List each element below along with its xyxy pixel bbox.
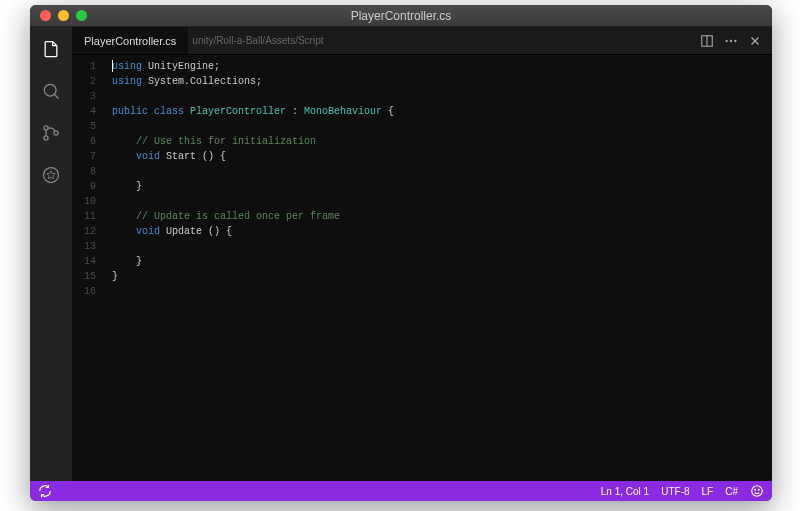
status-position[interactable]: Ln 1, Col 1 (601, 486, 649, 497)
code-line[interactable]: } (112, 179, 772, 194)
line-number: 16 (72, 284, 96, 299)
extensions-icon[interactable] (39, 163, 63, 187)
tab-filename: PlayerController.cs (84, 35, 176, 47)
split-editor-icon[interactable] (700, 34, 714, 48)
code-line[interactable] (112, 194, 772, 209)
code-line[interactable] (112, 164, 772, 179)
main-body: PlayerController.cs unity/Roll-a-Ball/As… (30, 27, 772, 481)
source-control-icon[interactable] (39, 121, 63, 145)
line-number: 2 (72, 74, 96, 89)
status-eol[interactable]: LF (702, 486, 714, 497)
code-content[interactable]: using UnityEngine;using System.Collectio… (106, 55, 772, 481)
editor-area: PlayerController.cs unity/Roll-a-Ball/As… (72, 27, 772, 481)
svg-point-10 (734, 39, 736, 41)
svg-point-9 (730, 39, 732, 41)
more-actions-icon[interactable] (724, 34, 738, 48)
code-line[interactable]: using UnityEngine; (112, 59, 772, 74)
line-number: 13 (72, 239, 96, 254)
line-number: 14 (72, 254, 96, 269)
tab-actions (700, 34, 772, 48)
close-tab-icon[interactable] (748, 34, 762, 48)
svg-point-8 (725, 39, 727, 41)
breadcrumb: unity/Roll-a-Ball/Assets/Script (192, 35, 323, 46)
titlebar: PlayerController.cs (30, 5, 772, 27)
svg-point-13 (752, 486, 763, 497)
maximize-window-button[interactable] (76, 10, 87, 21)
line-number: 4 (72, 104, 96, 119)
line-number: 3 (72, 89, 96, 104)
svg-point-2 (44, 126, 48, 130)
line-number: 8 (72, 164, 96, 179)
svg-point-5 (44, 168, 59, 183)
code-line[interactable] (112, 119, 772, 134)
line-number: 6 (72, 134, 96, 149)
line-number: 7 (72, 149, 96, 164)
line-number: 1 (72, 59, 96, 74)
svg-point-0 (44, 84, 56, 96)
line-number: 11 (72, 209, 96, 224)
line-number: 10 (72, 194, 96, 209)
feedback-icon[interactable] (750, 484, 764, 498)
status-language[interactable]: C# (725, 486, 738, 497)
editor-window: PlayerController.cs PlayerController.cs (30, 5, 772, 501)
status-bar: Ln 1, Col 1 UTF-8 LF C# (30, 481, 772, 501)
activity-bar (30, 27, 72, 481)
line-number: 15 (72, 269, 96, 284)
tab-playercontroller[interactable]: PlayerController.cs (72, 27, 188, 54)
code-line[interactable] (112, 89, 772, 104)
code-line[interactable]: public class PlayerController : MonoBeha… (112, 104, 772, 119)
close-window-button[interactable] (40, 10, 51, 21)
code-line[interactable]: void Update () { (112, 224, 772, 239)
line-number: 12 (72, 224, 96, 239)
minimize-window-button[interactable] (58, 10, 69, 21)
line-number: 9 (72, 179, 96, 194)
code-line[interactable]: // Update is called once per frame (112, 209, 772, 224)
sync-icon[interactable] (38, 484, 52, 498)
search-icon[interactable] (39, 79, 63, 103)
code-area[interactable]: 12345678910111213141516 using UnityEngin… (72, 55, 772, 481)
explorer-icon[interactable] (39, 37, 63, 61)
line-number: 5 (72, 119, 96, 134)
svg-point-15 (758, 489, 759, 490)
code-line[interactable]: } (112, 254, 772, 269)
status-encoding[interactable]: UTF-8 (661, 486, 689, 497)
line-gutter: 12345678910111213141516 (72, 55, 106, 481)
code-line[interactable]: // Use this for initialization (112, 134, 772, 149)
code-line[interactable]: } (112, 269, 772, 284)
svg-point-3 (44, 136, 48, 140)
code-line[interactable] (112, 239, 772, 254)
traffic-lights (30, 10, 87, 21)
code-line[interactable]: void Start () { (112, 149, 772, 164)
code-line[interactable] (112, 284, 772, 299)
svg-line-1 (54, 94, 58, 98)
window-title: PlayerController.cs (351, 9, 452, 23)
svg-point-14 (755, 489, 756, 490)
tab-bar: PlayerController.cs unity/Roll-a-Ball/As… (72, 27, 772, 55)
svg-point-4 (54, 131, 58, 135)
code-line[interactable]: using System.Collections; (112, 74, 772, 89)
